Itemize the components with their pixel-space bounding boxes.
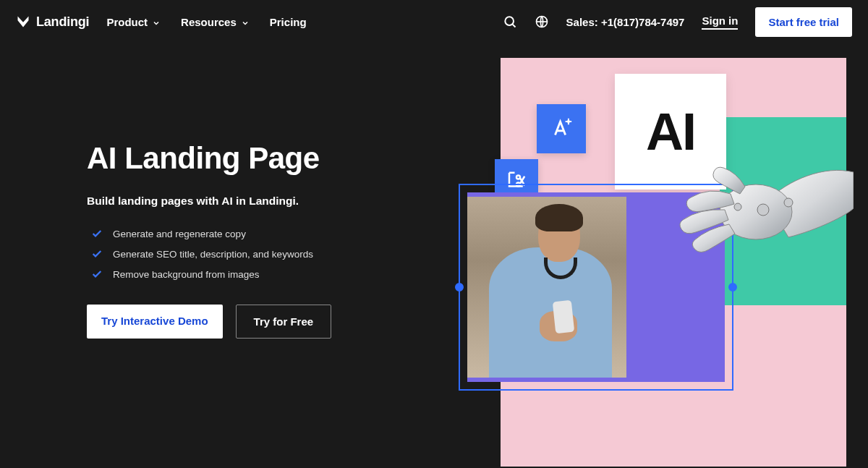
nav-resources-label: Resources xyxy=(181,16,237,28)
hero-content: AI Landing Page Build landing pages with… xyxy=(87,58,434,467)
collage-ai-card: AI xyxy=(615,74,726,190)
feature-text: Generate and regenerate copy xyxy=(113,229,246,239)
header-right: Sales: +1(817)784-7497 Sign in Start fre… xyxy=(503,7,852,37)
nav-pricing-label: Pricing xyxy=(270,16,307,28)
sign-in-link[interactable]: Sign in xyxy=(702,14,738,30)
hero-title: AI Landing Page xyxy=(87,141,434,176)
feature-item: Generate SEO title, description, and key… xyxy=(87,248,434,260)
nav-resources[interactable]: Resources xyxy=(181,16,250,28)
chevron-down-icon xyxy=(152,17,161,26)
sales-phone[interactable]: Sales: +1(817)784-7497 xyxy=(566,16,685,28)
header: Landingi Product Resources Pricing Sales… xyxy=(0,0,868,43)
hero-buttons: Try Interactive Demo Try for Free xyxy=(87,305,434,339)
hero: AI Landing Page Build landing pages with… xyxy=(0,58,868,467)
photo-person xyxy=(535,204,583,231)
photo-person xyxy=(553,300,574,333)
ai-text-icon xyxy=(537,104,586,153)
brand-logo[interactable]: Landingi xyxy=(16,14,89,30)
svg-point-0 xyxy=(505,17,514,25)
check-icon xyxy=(91,268,103,280)
try-demo-button[interactable]: Try Interactive Demo xyxy=(87,305,223,339)
selection-frame xyxy=(459,184,733,391)
hero-collage: AI xyxy=(501,58,846,467)
feature-text: Remove background from images xyxy=(113,269,260,280)
nav-product[interactable]: Product xyxy=(106,16,161,28)
primary-nav: Product Resources Pricing xyxy=(106,16,306,28)
selection-handle xyxy=(728,283,737,292)
nav-pricing[interactable]: Pricing xyxy=(270,16,307,28)
feature-item: Remove background from images xyxy=(87,268,434,280)
start-free-trial-button[interactable]: Start free trial xyxy=(755,7,852,37)
hero-subtitle: Build landing pages with AI in Landingi. xyxy=(87,195,434,208)
chevron-down-icon xyxy=(241,17,250,26)
selection-handle xyxy=(455,283,464,292)
check-icon xyxy=(91,248,103,260)
search-icon[interactable] xyxy=(503,14,517,29)
nav-product-label: Product xyxy=(106,16,148,28)
brand-logo-icon xyxy=(16,14,30,29)
brand-name: Landingi xyxy=(36,14,89,30)
collage-teal-block xyxy=(720,117,846,305)
feature-item: Generate and regenerate copy xyxy=(87,228,434,239)
collage-photo xyxy=(467,197,626,378)
feature-list: Generate and regenerate copy Generate SE… xyxy=(87,228,434,280)
try-free-button[interactable]: Try for Free xyxy=(236,305,332,339)
globe-icon[interactable] xyxy=(535,14,549,29)
check-icon xyxy=(91,228,103,239)
feature-text: Generate SEO title, description, and key… xyxy=(113,249,313,260)
